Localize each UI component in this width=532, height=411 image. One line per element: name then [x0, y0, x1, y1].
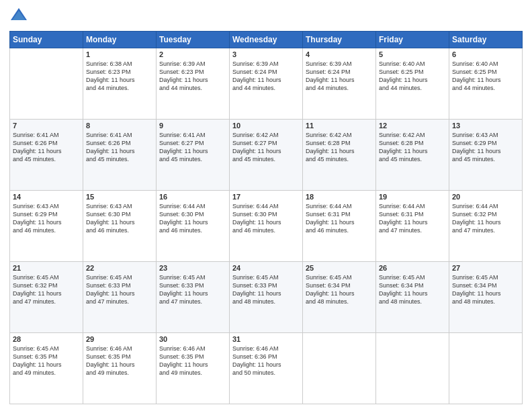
cell-info: Sunrise: 6:45 AMSunset: 6:33 PMDaylight:… [86, 274, 135, 305]
day-number: 18 [306, 193, 373, 201]
day-number: 19 [379, 193, 446, 201]
cell-info: Sunrise: 6:38 AMSunset: 6:23 PMDaylight:… [86, 60, 135, 91]
calendar-cell: 2Sunrise: 6:39 AMSunset: 6:23 PMDaylight… [157, 48, 230, 120]
cell-info: Sunrise: 6:44 AMSunset: 6:31 PMDaylight:… [306, 203, 355, 234]
day-number: 12 [379, 122, 446, 130]
calendar-cell [303, 333, 376, 404]
cell-info: Sunrise: 6:41 AMSunset: 6:27 PMDaylight:… [159, 132, 208, 163]
cell-info: Sunrise: 6:40 AMSunset: 6:25 PMDaylight:… [452, 60, 501, 91]
weekday-header: Monday [83, 32, 157, 48]
day-number: 27 [452, 264, 519, 272]
calendar-cell: 25Sunrise: 6:45 AMSunset: 6:34 PMDayligh… [303, 262, 376, 333]
day-number: 6 [452, 50, 519, 58]
cell-info: Sunrise: 6:46 AMSunset: 6:35 PMDaylight:… [159, 345, 208, 376]
calendar-cell [449, 333, 523, 404]
cell-info: Sunrise: 6:42 AMSunset: 6:27 PMDaylight:… [232, 132, 281, 163]
day-number: 29 [86, 335, 153, 343]
calendar-week-row: 7Sunrise: 6:41 AMSunset: 6:26 PMDaylight… [10, 120, 523, 191]
calendar-cell: 27Sunrise: 6:45 AMSunset: 6:34 PMDayligh… [449, 262, 523, 333]
day-number: 23 [159, 264, 226, 272]
calendar-cell: 8Sunrise: 6:41 AMSunset: 6:26 PMDaylight… [83, 120, 157, 191]
day-number: 30 [159, 335, 226, 343]
day-number: 14 [13, 193, 80, 201]
day-number: 3 [232, 50, 300, 58]
cell-info: Sunrise: 6:41 AMSunset: 6:26 PMDaylight:… [13, 132, 62, 163]
cell-info: Sunrise: 6:45 AMSunset: 6:33 PMDaylight:… [232, 274, 281, 305]
cell-info: Sunrise: 6:43 AMSunset: 6:30 PMDaylight:… [86, 203, 135, 234]
calendar-cell: 22Sunrise: 6:45 AMSunset: 6:33 PMDayligh… [83, 262, 157, 333]
weekday-header: Thursday [303, 32, 376, 48]
calendar-cell: 19Sunrise: 6:44 AMSunset: 6:31 PMDayligh… [376, 191, 449, 262]
header [9, 7, 523, 26]
calendar-cell: 7Sunrise: 6:41 AMSunset: 6:26 PMDaylight… [10, 120, 83, 191]
calendar-cell: 29Sunrise: 6:46 AMSunset: 6:35 PMDayligh… [83, 333, 157, 404]
day-number: 2 [159, 50, 226, 58]
calendar-cell: 16Sunrise: 6:44 AMSunset: 6:30 PMDayligh… [157, 191, 230, 262]
page: SundayMondayTuesdayWednesdayThursdayFrid… [0, 0, 532, 411]
cell-info: Sunrise: 6:44 AMSunset: 6:32 PMDaylight:… [452, 203, 501, 234]
day-number: 21 [13, 264, 80, 272]
calendar-cell: 10Sunrise: 6:42 AMSunset: 6:27 PMDayligh… [230, 120, 303, 191]
calendar-cell: 13Sunrise: 6:43 AMSunset: 6:29 PMDayligh… [449, 120, 523, 191]
calendar-cell: 23Sunrise: 6:45 AMSunset: 6:33 PMDayligh… [157, 262, 230, 333]
calendar-cell: 15Sunrise: 6:43 AMSunset: 6:30 PMDayligh… [83, 191, 157, 262]
weekday-header: Tuesday [157, 32, 230, 48]
calendar-week-row: 14Sunrise: 6:43 AMSunset: 6:29 PMDayligh… [10, 191, 523, 262]
day-number: 24 [232, 264, 300, 272]
header-row: SundayMondayTuesdayWednesdayThursdayFrid… [10, 32, 523, 48]
logo-icon [9, 7, 28, 26]
calendar-cell: 1Sunrise: 6:38 AMSunset: 6:23 PMDaylight… [83, 48, 157, 120]
day-number: 25 [306, 264, 373, 272]
calendar-cell: 14Sunrise: 6:43 AMSunset: 6:29 PMDayligh… [10, 191, 83, 262]
weekday-header: Wednesday [230, 32, 303, 48]
day-number: 9 [159, 122, 226, 130]
cell-info: Sunrise: 6:45 AMSunset: 6:32 PMDaylight:… [13, 274, 62, 305]
cell-info: Sunrise: 6:45 AMSunset: 6:34 PMDaylight:… [379, 274, 428, 305]
weekday-header: Friday [376, 32, 449, 48]
calendar-cell: 21Sunrise: 6:45 AMSunset: 6:32 PMDayligh… [10, 262, 83, 333]
day-number: 8 [86, 122, 153, 130]
calendar-cell: 6Sunrise: 6:40 AMSunset: 6:25 PMDaylight… [449, 48, 523, 120]
day-number: 20 [452, 193, 519, 201]
logo [9, 7, 32, 26]
calendar-week-row: 1Sunrise: 6:38 AMSunset: 6:23 PMDaylight… [10, 48, 523, 120]
cell-info: Sunrise: 6:46 AMSunset: 6:36 PMDaylight:… [232, 345, 281, 376]
weekday-header: Sunday [10, 32, 83, 48]
cell-info: Sunrise: 6:45 AMSunset: 6:35 PMDaylight:… [13, 345, 62, 376]
day-number: 10 [232, 122, 300, 130]
cell-info: Sunrise: 6:44 AMSunset: 6:30 PMDaylight:… [159, 203, 208, 234]
calendar-cell [10, 48, 83, 120]
cell-info: Sunrise: 6:39 AMSunset: 6:24 PMDaylight:… [306, 60, 355, 91]
calendar-cell: 24Sunrise: 6:45 AMSunset: 6:33 PMDayligh… [230, 262, 303, 333]
cell-info: Sunrise: 6:42 AMSunset: 6:28 PMDaylight:… [306, 132, 355, 163]
cell-info: Sunrise: 6:45 AMSunset: 6:34 PMDaylight:… [306, 274, 355, 305]
calendar-cell: 20Sunrise: 6:44 AMSunset: 6:32 PMDayligh… [449, 191, 523, 262]
calendar-cell: 12Sunrise: 6:42 AMSunset: 6:28 PMDayligh… [376, 120, 449, 191]
calendar-cell: 28Sunrise: 6:45 AMSunset: 6:35 PMDayligh… [10, 333, 83, 404]
cell-info: Sunrise: 6:41 AMSunset: 6:26 PMDaylight:… [86, 132, 135, 163]
calendar-cell: 18Sunrise: 6:44 AMSunset: 6:31 PMDayligh… [303, 191, 376, 262]
day-number: 17 [232, 193, 300, 201]
calendar-cell: 5Sunrise: 6:40 AMSunset: 6:25 PMDaylight… [376, 48, 449, 120]
calendar-cell: 9Sunrise: 6:41 AMSunset: 6:27 PMDaylight… [157, 120, 230, 191]
calendar-week-row: 21Sunrise: 6:45 AMSunset: 6:32 PMDayligh… [10, 262, 523, 333]
cell-info: Sunrise: 6:46 AMSunset: 6:35 PMDaylight:… [86, 345, 135, 376]
calendar-cell: 26Sunrise: 6:45 AMSunset: 6:34 PMDayligh… [376, 262, 449, 333]
day-number: 26 [379, 264, 446, 272]
cell-info: Sunrise: 6:40 AMSunset: 6:25 PMDaylight:… [379, 60, 428, 91]
calendar-cell [376, 333, 449, 404]
cell-info: Sunrise: 6:45 AMSunset: 6:34 PMDaylight:… [452, 274, 501, 305]
cell-info: Sunrise: 6:43 AMSunset: 6:29 PMDaylight:… [13, 203, 62, 234]
calendar-cell: 31Sunrise: 6:46 AMSunset: 6:36 PMDayligh… [230, 333, 303, 404]
cell-info: Sunrise: 6:43 AMSunset: 6:29 PMDaylight:… [452, 132, 501, 163]
day-number: 1 [86, 50, 153, 58]
calendar-cell: 3Sunrise: 6:39 AMSunset: 6:24 PMDaylight… [230, 48, 303, 120]
cell-info: Sunrise: 6:42 AMSunset: 6:28 PMDaylight:… [379, 132, 428, 163]
day-number: 4 [306, 50, 373, 58]
cell-info: Sunrise: 6:45 AMSunset: 6:33 PMDaylight:… [159, 274, 208, 305]
day-number: 7 [13, 122, 80, 130]
calendar-cell: 11Sunrise: 6:42 AMSunset: 6:28 PMDayligh… [303, 120, 376, 191]
calendar-cell: 4Sunrise: 6:39 AMSunset: 6:24 PMDaylight… [303, 48, 376, 120]
calendar-table: SundayMondayTuesdayWednesdayThursdayFrid… [9, 31, 523, 404]
day-number: 15 [86, 193, 153, 201]
